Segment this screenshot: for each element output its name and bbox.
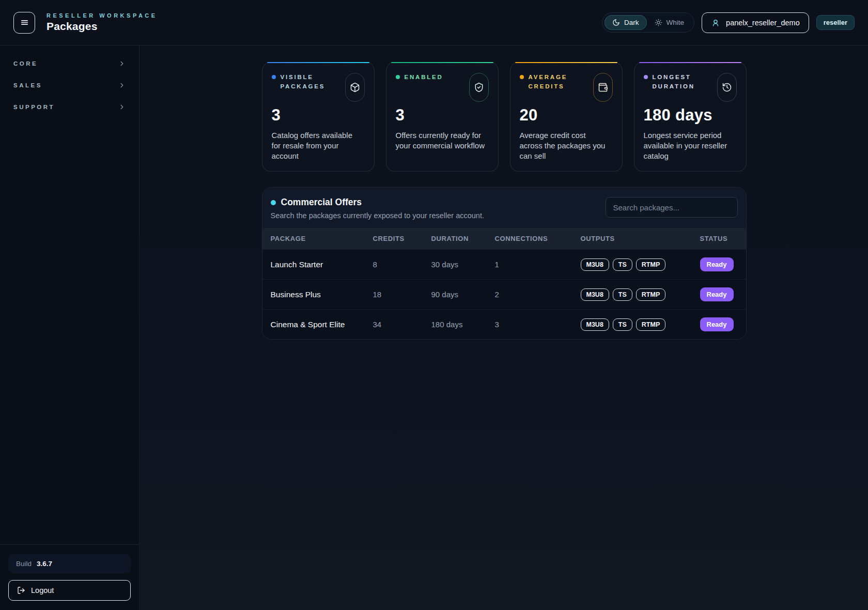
output-badge: TS bbox=[613, 288, 632, 301]
theme-white-button[interactable]: White bbox=[647, 15, 692, 30]
sidebar: CORE SALES SUPPORT Build 3.6.7 L bbox=[0, 45, 140, 610]
stat-value: 20 bbox=[520, 106, 613, 125]
package-duration: 90 days bbox=[431, 290, 495, 299]
column-header-connections: CONNECTIONS bbox=[495, 235, 581, 242]
hamburger-menu-button[interactable] bbox=[13, 12, 35, 34]
theme-white-label: White bbox=[667, 19, 685, 26]
output-badge: RTMP bbox=[636, 318, 665, 331]
main-content: VISIBLE PACKAGES 3 Catalog offers availa… bbox=[140, 45, 868, 610]
status-badge: Ready bbox=[700, 257, 734, 271]
output-badge: M3U8 bbox=[581, 258, 609, 271]
moon-icon bbox=[612, 19, 620, 26]
stat-description: Catalog offers available for resale from… bbox=[272, 130, 363, 161]
package-outputs: M3U8 TS RTMP bbox=[581, 258, 700, 271]
user-icon bbox=[711, 18, 720, 27]
packages-table: PACKAGE CREDITS DURATION CONNECTIONS OUT… bbox=[262, 228, 746, 339]
logout-button[interactable]: Logout bbox=[8, 580, 131, 601]
section-dot bbox=[271, 200, 276, 205]
stat-value: 3 bbox=[272, 106, 365, 125]
sidebar-item-label: CORE bbox=[13, 60, 38, 67]
package-outputs: M3U8 TS RTMP bbox=[581, 318, 700, 331]
logout-icon bbox=[17, 586, 25, 594]
table-header-row: PACKAGE CREDITS DURATION CONNECTIONS OUT… bbox=[262, 228, 746, 249]
stat-card-average-credits: AVERAGE CREDITS 20 Average credit cost a… bbox=[510, 62, 623, 172]
build-version: 3.6.7 bbox=[37, 560, 52, 568]
column-header-outputs: OUTPUTS bbox=[581, 235, 700, 242]
package-name: Cinema & Sport Elite bbox=[271, 320, 373, 329]
stat-description: Longest service period available in your… bbox=[644, 130, 735, 161]
package-duration: 30 days bbox=[431, 260, 495, 269]
hamburger-icon bbox=[20, 18, 29, 27]
username: panelx_reseller_demo bbox=[726, 19, 800, 27]
package-credits: 18 bbox=[373, 290, 431, 299]
stat-description: Average credit cost across the packages … bbox=[520, 130, 611, 161]
theme-dark-button[interactable]: Dark bbox=[605, 15, 647, 30]
output-badge: RTMP bbox=[636, 258, 665, 271]
stat-description: Offers currently ready for your commerci… bbox=[396, 130, 487, 151]
title-block: RESELLER WORKSPACE Packages bbox=[47, 12, 158, 33]
sidebar-item-support[interactable]: SUPPORT bbox=[0, 98, 139, 116]
output-badge: TS bbox=[613, 318, 632, 331]
search-input[interactable] bbox=[606, 197, 738, 218]
shield-check-icon bbox=[469, 73, 489, 102]
column-header-status: STATUS bbox=[700, 235, 738, 242]
stat-card-visible-packages: VISIBLE PACKAGES 3 Catalog offers availa… bbox=[262, 62, 375, 172]
stat-value: 3 bbox=[396, 106, 489, 125]
package-credits: 34 bbox=[373, 320, 431, 329]
theme-toggle: Dark White bbox=[602, 12, 694, 33]
app-header: RESELLER WORKSPACE Packages Dark White p… bbox=[0, 0, 868, 45]
sidebar-nav: CORE SALES SUPPORT bbox=[0, 45, 139, 116]
commercial-offers-panel: Commercial Offers Search the packages cu… bbox=[262, 187, 747, 340]
stat-dot bbox=[272, 75, 276, 79]
column-header-duration: DURATION bbox=[431, 235, 495, 242]
package-connections: 1 bbox=[495, 260, 581, 269]
column-header-package: PACKAGE bbox=[271, 235, 373, 242]
stat-label: VISIBLE PACKAGES bbox=[281, 73, 338, 91]
stat-cards-row: VISIBLE PACKAGES 3 Catalog offers availa… bbox=[262, 62, 747, 172]
stat-dot bbox=[644, 75, 648, 79]
table-row[interactable]: Cinema & Sport Elite 34 180 days 3 M3U8 … bbox=[262, 309, 746, 339]
sidebar-item-sales[interactable]: SALES bbox=[0, 77, 139, 94]
section-title: Commercial Offers bbox=[281, 197, 362, 208]
stat-dot bbox=[520, 75, 524, 79]
logout-label: Logout bbox=[31, 586, 54, 594]
status-badge: Ready bbox=[700, 287, 734, 301]
sidebar-item-core[interactable]: CORE bbox=[0, 55, 139, 72]
stat-card-enabled: ENABLED 3 Offers currently ready for you… bbox=[386, 62, 499, 172]
build-label: Build bbox=[16, 560, 32, 568]
package-name: Business Plus bbox=[271, 290, 373, 299]
timer-icon bbox=[717, 73, 737, 102]
package-outputs: M3U8 TS RTMP bbox=[581, 288, 700, 301]
page-title: Packages bbox=[47, 20, 158, 33]
section-subtitle: Search the packages currently exposed to… bbox=[271, 211, 484, 220]
output-badge: M3U8 bbox=[581, 288, 609, 301]
package-icon bbox=[345, 73, 365, 102]
wallet-icon bbox=[593, 73, 613, 102]
sun-icon bbox=[655, 19, 662, 26]
chevron-right-icon bbox=[118, 60, 126, 67]
build-version-pill: Build 3.6.7 bbox=[8, 554, 131, 573]
theme-dark-label: Dark bbox=[624, 19, 639, 26]
chevron-right-icon bbox=[118, 82, 126, 89]
package-connections: 2 bbox=[495, 290, 581, 299]
role-badge: reseller bbox=[816, 15, 855, 30]
sidebar-item-label: SUPPORT bbox=[13, 104, 55, 110]
column-header-credits: CREDITS bbox=[373, 235, 431, 242]
package-credits: 8 bbox=[373, 260, 431, 269]
sidebar-footer: Build 3.6.7 Logout bbox=[0, 544, 139, 610]
sidebar-item-label: SALES bbox=[13, 82, 42, 88]
chevron-right-icon bbox=[118, 103, 126, 111]
table-row[interactable]: Business Plus 18 90 days 2 M3U8 TS RTMP … bbox=[262, 279, 746, 309]
stat-label: LONGEST DURATION bbox=[653, 73, 710, 91]
status-badge: Ready bbox=[700, 317, 734, 331]
package-name: Launch Starter bbox=[271, 260, 373, 269]
table-row[interactable]: Launch Starter 8 30 days 1 M3U8 TS RTMP … bbox=[262, 249, 746, 279]
output-badge: TS bbox=[613, 258, 632, 271]
header-right: Dark White panelx_reseller_demo reseller bbox=[602, 12, 855, 33]
output-badge: M3U8 bbox=[581, 318, 609, 331]
stat-label: ENABLED bbox=[405, 73, 443, 82]
package-connections: 3 bbox=[495, 320, 581, 329]
offers-heading: Commercial Offers Search the packages cu… bbox=[271, 197, 484, 220]
user-account-button[interactable]: panelx_reseller_demo bbox=[702, 12, 809, 33]
stat-value: 180 days bbox=[644, 106, 737, 125]
